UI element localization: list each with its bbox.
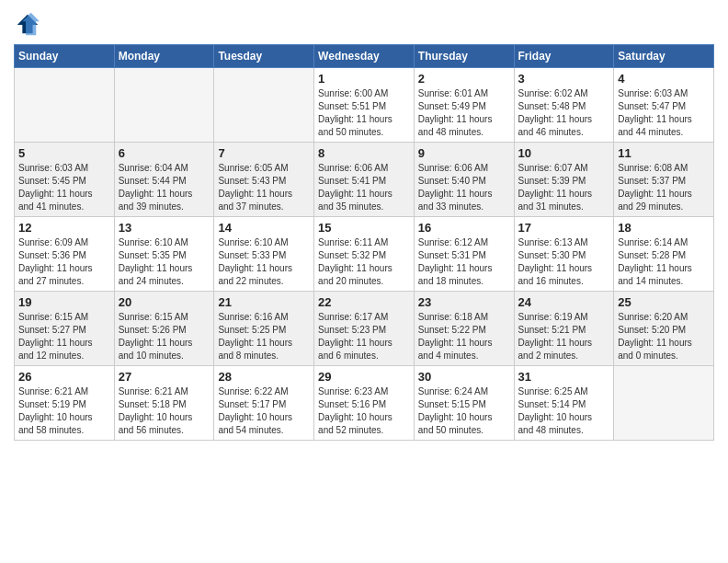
day-number: 8 xyxy=(318,146,410,160)
week-row-5: 26Sunrise: 6:21 AM Sunset: 5:19 PM Dayli… xyxy=(15,366,714,441)
day-info: Sunrise: 6:05 AM Sunset: 5:43 PM Dayligh… xyxy=(218,162,310,213)
week-row-3: 12Sunrise: 6:09 AM Sunset: 5:36 PM Dayli… xyxy=(15,217,714,292)
calendar-cell: 22Sunrise: 6:17 AM Sunset: 5:23 PM Dayli… xyxy=(314,292,415,366)
day-number: 11 xyxy=(618,146,710,160)
day-info: Sunrise: 6:08 AM Sunset: 5:37 PM Dayligh… xyxy=(618,162,710,213)
day-info: Sunrise: 6:22 AM Sunset: 5:17 PM Dayligh… xyxy=(218,385,310,437)
calendar-cell: 17Sunrise: 6:13 AM Sunset: 5:30 PM Dayli… xyxy=(514,217,614,292)
calendar-cell: 19Sunrise: 6:15 AM Sunset: 5:27 PM Dayli… xyxy=(15,292,115,366)
logo-icon xyxy=(14,11,40,37)
calendar-cell: 21Sunrise: 6:16 AM Sunset: 5:25 PM Dayli… xyxy=(214,292,314,366)
day-number: 29 xyxy=(318,370,410,384)
day-number: 16 xyxy=(418,221,510,235)
calendar-cell xyxy=(15,68,115,143)
weekday-header-thursday: Thursday xyxy=(414,45,514,68)
day-number: 19 xyxy=(18,295,110,309)
day-info: Sunrise: 6:02 AM Sunset: 5:48 PM Dayligh… xyxy=(518,87,610,139)
calendar-cell: 13Sunrise: 6:10 AM Sunset: 5:35 PM Dayli… xyxy=(114,217,214,292)
calendar-cell: 18Sunrise: 6:14 AM Sunset: 5:28 PM Dayli… xyxy=(614,217,714,292)
calendar-cell: 8Sunrise: 6:06 AM Sunset: 5:41 PM Daylig… xyxy=(314,143,415,217)
day-info: Sunrise: 6:06 AM Sunset: 5:41 PM Dayligh… xyxy=(318,162,410,213)
calendar-cell: 30Sunrise: 6:24 AM Sunset: 5:15 PM Dayli… xyxy=(414,366,514,441)
day-number: 10 xyxy=(518,146,610,160)
calendar-cell: 1Sunrise: 6:00 AM Sunset: 5:51 PM Daylig… xyxy=(314,68,415,143)
day-number: 31 xyxy=(518,370,610,384)
calendar-cell: 11Sunrise: 6:08 AM Sunset: 5:37 PM Dayli… xyxy=(614,143,714,217)
calendar-cell: 26Sunrise: 6:21 AM Sunset: 5:19 PM Dayli… xyxy=(15,366,115,441)
calendar-cell: 14Sunrise: 6:10 AM Sunset: 5:33 PM Dayli… xyxy=(214,217,314,292)
day-info: Sunrise: 6:24 AM Sunset: 5:15 PM Dayligh… xyxy=(418,385,510,437)
day-number: 2 xyxy=(418,72,510,86)
day-info: Sunrise: 6:11 AM Sunset: 5:32 PM Dayligh… xyxy=(318,236,410,288)
day-info: Sunrise: 6:21 AM Sunset: 5:19 PM Dayligh… xyxy=(18,385,110,437)
calendar-cell: 20Sunrise: 6:15 AM Sunset: 5:26 PM Dayli… xyxy=(114,292,214,366)
day-number: 30 xyxy=(418,370,510,384)
day-number: 12 xyxy=(18,221,110,235)
calendar-cell xyxy=(614,366,714,441)
calendar-cell: 5Sunrise: 6:03 AM Sunset: 5:45 PM Daylig… xyxy=(15,143,115,217)
calendar-cell: 4Sunrise: 6:03 AM Sunset: 5:47 PM Daylig… xyxy=(614,68,714,143)
calendar-cell: 7Sunrise: 6:05 AM Sunset: 5:43 PM Daylig… xyxy=(214,143,314,217)
day-info: Sunrise: 6:19 AM Sunset: 5:21 PM Dayligh… xyxy=(518,311,610,362)
calendar-cell: 24Sunrise: 6:19 AM Sunset: 5:21 PM Dayli… xyxy=(514,292,614,366)
logo xyxy=(14,13,41,39)
day-info: Sunrise: 6:14 AM Sunset: 5:28 PM Dayligh… xyxy=(618,236,710,288)
day-info: Sunrise: 6:06 AM Sunset: 5:40 PM Dayligh… xyxy=(418,162,510,213)
day-number: 22 xyxy=(318,295,410,309)
header xyxy=(14,9,714,39)
day-info: Sunrise: 6:04 AM Sunset: 5:44 PM Dayligh… xyxy=(119,162,210,213)
weekday-header-sunday: Sunday xyxy=(15,45,115,68)
day-number: 13 xyxy=(119,221,210,235)
day-number: 24 xyxy=(518,295,610,309)
day-info: Sunrise: 6:00 AM Sunset: 5:51 PM Dayligh… xyxy=(318,87,410,139)
weekday-header-friday: Friday xyxy=(514,45,614,68)
weekday-header-tuesday: Tuesday xyxy=(214,45,314,68)
day-info: Sunrise: 6:15 AM Sunset: 5:27 PM Dayligh… xyxy=(18,311,110,362)
calendar-cell: 27Sunrise: 6:21 AM Sunset: 5:18 PM Dayli… xyxy=(114,366,214,441)
calendar-cell: 6Sunrise: 6:04 AM Sunset: 5:44 PM Daylig… xyxy=(114,143,214,217)
day-info: Sunrise: 6:10 AM Sunset: 5:33 PM Dayligh… xyxy=(218,236,310,288)
calendar-cell: 31Sunrise: 6:25 AM Sunset: 5:14 PM Dayli… xyxy=(514,366,614,441)
calendar-cell: 9Sunrise: 6:06 AM Sunset: 5:40 PM Daylig… xyxy=(414,143,514,217)
day-number: 9 xyxy=(418,146,510,160)
calendar-cell: 16Sunrise: 6:12 AM Sunset: 5:31 PM Dayli… xyxy=(414,217,514,292)
calendar-cell: 25Sunrise: 6:20 AM Sunset: 5:20 PM Dayli… xyxy=(614,292,714,366)
calendar-cell xyxy=(214,68,314,143)
calendar-cell: 12Sunrise: 6:09 AM Sunset: 5:36 PM Dayli… xyxy=(15,217,115,292)
week-row-4: 19Sunrise: 6:15 AM Sunset: 5:27 PM Dayli… xyxy=(15,292,714,366)
day-info: Sunrise: 6:18 AM Sunset: 5:22 PM Dayligh… xyxy=(418,311,510,362)
day-info: Sunrise: 6:25 AM Sunset: 5:14 PM Dayligh… xyxy=(518,385,610,437)
calendar-cell: 28Sunrise: 6:22 AM Sunset: 5:17 PM Dayli… xyxy=(214,366,314,441)
day-info: Sunrise: 6:17 AM Sunset: 5:23 PM Dayligh… xyxy=(318,311,410,362)
weekday-header-row: SundayMondayTuesdayWednesdayThursdayFrid… xyxy=(15,45,714,68)
day-number: 18 xyxy=(618,221,710,235)
day-number: 25 xyxy=(618,295,710,309)
day-number: 5 xyxy=(18,146,110,160)
day-info: Sunrise: 6:21 AM Sunset: 5:18 PM Dayligh… xyxy=(119,385,210,437)
day-number: 14 xyxy=(218,221,310,235)
day-number: 17 xyxy=(518,221,610,235)
day-info: Sunrise: 6:23 AM Sunset: 5:16 PM Dayligh… xyxy=(318,385,410,437)
calendar-container: SundayMondayTuesdayWednesdayThursdayFrid… xyxy=(0,0,728,450)
calendar-cell: 10Sunrise: 6:07 AM Sunset: 5:39 PM Dayli… xyxy=(514,143,614,217)
calendar-cell: 3Sunrise: 6:02 AM Sunset: 5:48 PM Daylig… xyxy=(514,68,614,143)
weekday-header-saturday: Saturday xyxy=(614,45,714,68)
day-number: 23 xyxy=(418,295,510,309)
day-info: Sunrise: 6:13 AM Sunset: 5:30 PM Dayligh… xyxy=(518,236,610,288)
day-number: 21 xyxy=(218,295,310,309)
calendar-cell: 15Sunrise: 6:11 AM Sunset: 5:32 PM Dayli… xyxy=(314,217,415,292)
day-info: Sunrise: 6:03 AM Sunset: 5:47 PM Dayligh… xyxy=(618,87,710,139)
day-number: 20 xyxy=(119,295,210,309)
calendar-cell: 29Sunrise: 6:23 AM Sunset: 5:16 PM Dayli… xyxy=(314,366,415,441)
calendar-cell xyxy=(114,68,214,143)
day-info: Sunrise: 6:07 AM Sunset: 5:39 PM Dayligh… xyxy=(518,162,610,213)
day-info: Sunrise: 6:20 AM Sunset: 5:20 PM Dayligh… xyxy=(618,311,710,362)
calendar-table: SundayMondayTuesdayWednesdayThursdayFrid… xyxy=(14,44,714,441)
day-info: Sunrise: 6:09 AM Sunset: 5:36 PM Dayligh… xyxy=(18,236,110,288)
day-number: 15 xyxy=(318,221,410,235)
day-info: Sunrise: 6:10 AM Sunset: 5:35 PM Dayligh… xyxy=(119,236,210,288)
day-info: Sunrise: 6:03 AM Sunset: 5:45 PM Dayligh… xyxy=(18,162,110,213)
day-number: 28 xyxy=(218,370,310,384)
day-info: Sunrise: 6:16 AM Sunset: 5:25 PM Dayligh… xyxy=(218,311,310,362)
day-info: Sunrise: 6:01 AM Sunset: 5:49 PM Dayligh… xyxy=(418,87,510,139)
